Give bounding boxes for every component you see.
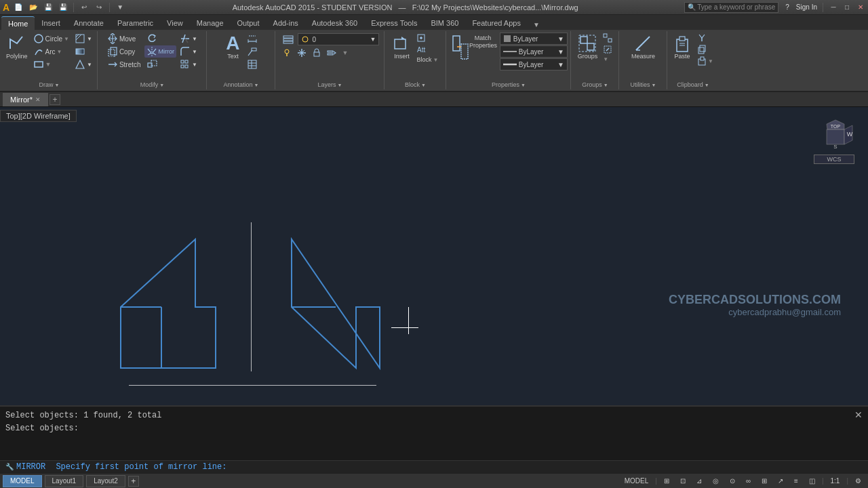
layer-dropdown[interactable]: 0 ▼ [298,33,379,45]
status-polar-btn[interactable]: ◎ [709,476,723,485]
create-block-btn[interactable] [414,33,440,43]
modify-group-label[interactable]: Modify ▼ [140,80,164,88]
layer-off-btn[interactable] [280,47,294,58]
nav-cube-box[interactable]: TOP W S [817,117,851,151]
tab-view[interactable]: View [160,16,190,30]
annotation-group-label[interactable]: Annotation ▼ [223,80,258,88]
tab-insert[interactable]: Insert [35,16,67,30]
status-grid-btn[interactable]: ⊞ [660,476,673,485]
arc-dropdown[interactable]: ▼ [57,49,62,55]
status-dyn-btn[interactable]: ↗ [774,476,787,485]
ungroup-btn[interactable] [601,33,614,43]
dim-btn[interactable] [245,33,260,45]
fillet-dropdown[interactable]: ▼ [192,49,197,55]
block-group-label[interactable]: Block ▼ [405,80,426,88]
linetype-dropdown[interactable]: ByLayer ▼ [500,45,568,58]
status-ducs-btn[interactable]: ⊞ [757,476,771,485]
clipboard-group-label[interactable]: Clipboard ▼ [677,80,709,88]
scale-btn[interactable] [144,58,177,70]
hatch-btn[interactable]: ▼ [73,33,94,45]
boundary-btn[interactable]: ▼ [73,58,94,70]
save-as-btn[interactable]: 💾 [57,1,69,14]
signin-btn[interactable]: Sign In [796,3,817,11]
tab-manage[interactable]: Manage [190,16,231,30]
text-btn[interactable]: A Text [222,33,243,61]
open-btn[interactable]: 📂 [27,1,39,14]
stretch-btn[interactable]: Stretch [105,58,143,70]
status-model-btn[interactable]: MODEL [620,476,653,485]
color-dropdown[interactable]: ByLayer ▼ [500,33,568,45]
copy-btn[interactable]: Copy [105,45,143,58]
measure-btn[interactable]: Measure [629,33,657,61]
status-tab-layout2[interactable]: Layout2 [86,475,125,487]
table-btn[interactable] [245,58,260,70]
redo-btn[interactable]: ↪ [93,1,105,14]
status-snap-btn[interactable]: ⊡ [676,476,690,485]
properties-group-label[interactable]: Properties ▼ [492,80,526,88]
fillet-btn[interactable]: ▼ [178,45,199,58]
tab-expresstools[interactable]: Express Tools [364,16,424,30]
status-trans-btn[interactable]: ◫ [805,476,819,485]
status-tab-layout1[interactable]: Layout1 [45,475,84,487]
match-props-btn[interactable]: Match Properties [450,33,498,70]
command-close-btn[interactable]: ✕ [854,409,863,420]
close-btn[interactable]: ✕ [856,3,865,12]
tab-bim360[interactable]: BIM 360 [424,16,465,30]
circle-btn[interactable]: Circle ▼ [31,33,71,45]
doc-tab-close[interactable]: ✕ [35,96,41,103]
doc-tab-mirror[interactable]: Mirror* ✕ [3,93,48,106]
draw-group-label[interactable]: Draw ▼ [39,80,59,88]
cut-btn[interactable] [695,33,715,43]
tab-parametric[interactable]: Parametric [111,16,160,30]
maximize-btn[interactable]: □ [842,3,852,12]
workspace-btn[interactable]: ▼ [114,1,126,14]
rotate-btn[interactable] [144,33,177,45]
search-box[interactable]: 🔍 Type a keyword or phrase [684,2,778,13]
help-icon[interactable]: ? [785,3,789,11]
insert-btn[interactable]: Insert [390,33,413,61]
copy-clipboard-btn[interactable] [695,44,715,55]
mirror-btn[interactable]: Mirror [144,45,177,58]
layer-freeze-btn[interactable] [295,47,309,58]
ribbon-overflow[interactable]: ▼ [530,20,542,30]
layer-more-btn[interactable]: ▼ [340,49,350,57]
array-btn[interactable]: ▼ [178,58,199,70]
paste-btn[interactable]: Paste [671,33,694,61]
rectangle-btn[interactable]: ▼ [31,58,71,70]
paste-special-btn[interactable]: ▼ [695,56,715,66]
tab-autodesk360[interactable]: Autodesk 360 [305,16,364,30]
status-tab-model[interactable]: MODEL [3,475,42,487]
groups-more-btn[interactable]: ▼ [601,56,614,63]
trim-btn[interactable]: ▼ [178,33,199,45]
layers-group-label[interactable]: Layers ▼ [317,80,342,88]
arc-btn[interactable]: Arc ▼ [31,45,71,58]
scale-display[interactable]: 1:1 [826,476,844,485]
layer-lock-btn[interactable] [310,47,323,58]
doc-tab-new[interactable]: + [50,94,60,105]
polyline-btn[interactable]: Polyline [4,33,30,61]
tab-annotate[interactable]: Annotate [67,16,111,30]
attach-btn[interactable] [601,44,614,55]
status-lwt-btn[interactable]: ≡ [790,476,802,485]
circle-dropdown[interactable]: ▼ [64,36,69,42]
utilities-group-label[interactable]: Utilities ▼ [630,80,656,88]
new-btn[interactable]: 📄 [12,1,24,14]
lineweight-dropdown[interactable]: ByLayer ▼ [500,58,568,70]
undo-btn[interactable]: ↩ [78,1,90,14]
trim-dropdown[interactable]: ▼ [192,36,197,42]
leader-btn[interactable] [245,45,260,58]
gradient-btn[interactable] [73,45,94,58]
canvas[interactable]: CYBERCADSOLUTIONS.COM cybercadprabhu@gma… [0,107,868,405]
tab-featuredapps[interactable]: Featured Apps [465,16,528,30]
layer-props-btn[interactable] [280,33,296,46]
layer-match-btn[interactable] [325,47,338,58]
groups-group-label[interactable]: Groups ▼ [582,80,608,88]
tab-addins[interactable]: Add-ins [267,16,305,30]
define-attr-btn[interactable]: Att [414,44,440,55]
group-btn[interactable]: Groups [576,33,600,61]
save-btn[interactable]: 💾 [42,1,54,14]
move-btn[interactable]: Move [105,33,143,45]
array-dropdown[interactable]: ▼ [192,62,197,68]
status-add-layout[interactable]: + [128,476,139,487]
minimize-btn[interactable]: ─ [829,3,838,12]
